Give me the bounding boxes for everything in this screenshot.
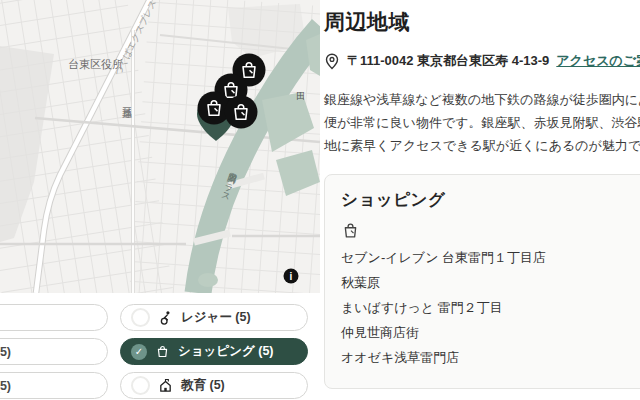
description-line: 便が非常に良い物件です。銀座駅、赤坂見附駅、渋谷駅など (324, 111, 640, 134)
shopping-marker-icon[interactable] (225, 96, 258, 129)
map-info-button[interactable]: i (284, 269, 299, 284)
filter-pill-leisure[interactable]: レジャー (5) (120, 304, 308, 331)
school-icon (158, 378, 173, 393)
shopping-bag-icon (155, 344, 170, 359)
description-line: 地に素早くアクセスできる駅が近くにあるのが魅力です。 (324, 134, 640, 157)
filter-pill-shopping[interactable]: ✓ ショッピング (5) (120, 338, 308, 365)
list-item: オオゼキ浅草雷門店 (341, 345, 640, 370)
filter-pill-truncated[interactable]: (5) (0, 338, 108, 365)
svg-text:i: i (290, 271, 293, 282)
filter-label: ショッピング (5) (178, 343, 274, 360)
filter-label: (5) (0, 379, 11, 393)
filter-label: (5) (0, 345, 11, 359)
filter-label: 教育 (5) (181, 377, 225, 394)
shopping-card-title: ショッピング (341, 189, 640, 211)
area-description: 銀座線や浅草線など複数の地下鉄の路線が徒歩圏内にあるた 便が非常に良い物件です。… (324, 88, 640, 157)
location-pin-icon (324, 53, 340, 70)
list-item: 仲見世商店街 (341, 320, 640, 345)
page: 台東区役所 孫三通り つくばエクスプレス 隅田川テラス 田 (0, 0, 640, 400)
shopping-card: ショッピング セブン-イレブン 台東雷門１丁目店 秋葉原 まいばすけっと 雷門２… (324, 174, 640, 389)
list-item: セブン-イレブン 台東雷門１丁目店 (341, 245, 640, 270)
property-address: 〒111-0042 東京都台東区寿 4-13-9 (347, 52, 549, 70)
filter-pill-education[interactable]: 教育 (5) (120, 372, 308, 399)
map-canvas[interactable]: 台東区役所 孫三通り つくばエクスプレス 隅田川テラス 田 (0, 0, 320, 293)
leisure-icon (158, 310, 173, 325)
radio-icon (131, 308, 150, 327)
filter-pill-truncated[interactable]: (5) (0, 304, 108, 331)
access-guide-link[interactable]: アクセスのご案内 (556, 52, 640, 70)
list-item: まいばすけっと 雷門２丁目 (341, 295, 640, 320)
radio-icon (131, 376, 150, 395)
neighborhood-panel: 周辺地域 〒111-0042 東京都台東区寿 4-13-9 アクセスのご案内 銀… (320, 0, 640, 389)
shopping-list: セブン-イレブン 台東雷門１丁目店 秋葉原 まいばすけっと 雷門２丁目 仲見世商… (341, 245, 640, 370)
map-label-block: 田 (296, 91, 305, 101)
check-icon: ✓ (131, 344, 147, 360)
filter-pill-truncated[interactable]: (5) (0, 372, 108, 399)
filter-label: レジャー (5) (181, 309, 251, 326)
description-line: 銀座線や浅草線など複数の地下鉄の路線が徒歩圏内にあるた (324, 88, 640, 111)
list-item: 秋葉原 (341, 270, 640, 295)
shopping-bag-icon (341, 221, 640, 241)
page-title: 周辺地域 (324, 8, 640, 36)
